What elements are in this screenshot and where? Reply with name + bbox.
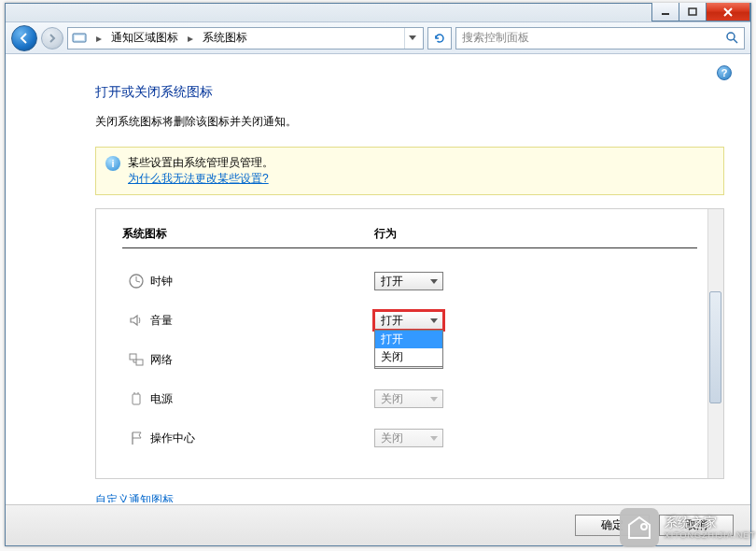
combo-volume[interactable]: 打开 打开 关闭 — [374, 311, 443, 330]
forward-button[interactable] — [41, 27, 63, 49]
cancel-button[interactable]: 取消 — [659, 515, 734, 536]
search-input[interactable]: 搜索控制面板 — [455, 27, 745, 49]
svg-rect-1 — [689, 8, 696, 15]
combo-clock[interactable]: 打开 — [374, 272, 443, 290]
window-frame: ▸ 通知区域图标 ▸ 系统图标 搜索控制面板 ? 打开或关闭系统图标 关闭系统图… — [5, 3, 751, 546]
row-volume: 音量 打开 打开 关闭 — [122, 301, 697, 340]
scrollbar-thumb[interactable] — [709, 291, 721, 403]
column-header-action: 行为 — [374, 226, 397, 242]
info-icon: i — [105, 156, 120, 171]
row-power: 电源 关闭 — [122, 379, 697, 418]
combo-action-center: 关闭 — [374, 429, 443, 447]
info-banner: i 某些设置由系统管理员管理。 为什么我无法更改某些设置? — [95, 147, 724, 195]
help-icon[interactable]: ? — [717, 65, 732, 80]
combo-power: 关闭 — [374, 389, 443, 408]
link-customize[interactable]: 自定义通知图标 — [95, 492, 724, 502]
control-panel-icon — [72, 31, 87, 46]
ok-button[interactable]: 确定 — [575, 515, 650, 536]
clock-icon — [122, 273, 150, 290]
svg-rect-15 — [133, 394, 140, 404]
breadcrumb-level2[interactable]: 系统图标 — [203, 30, 247, 46]
footer: 确定 取消 — [6, 504, 750, 545]
chevron-down-icon — [427, 431, 441, 445]
refresh-button[interactable] — [427, 27, 452, 49]
svg-point-6 — [727, 33, 735, 40]
volume-icon — [122, 312, 150, 329]
dropdown-option-on[interactable]: 打开 — [375, 331, 442, 348]
svg-line-7 — [734, 39, 737, 43]
info-link[interactable]: 为什么我无法更改某些设置? — [128, 172, 269, 185]
combo-volume-dropdown: 打开 关闭 — [374, 330, 443, 367]
breadcrumb-level1[interactable]: 通知区域图标 — [111, 30, 178, 46]
row-clock: 时钟 打开 — [122, 261, 697, 301]
svg-rect-12 — [136, 360, 143, 365]
column-header-icon: 系统图标 — [122, 226, 374, 242]
network-icon — [122, 351, 150, 368]
search-placeholder: 搜索控制面板 — [462, 30, 529, 46]
chevron-down-icon — [427, 392, 441, 405]
row-action-center: 操作中心 关闭 — [122, 418, 697, 458]
scrollbar[interactable] — [707, 209, 723, 478]
content-area: ? 打开或关闭系统图标 关闭系统图标将删除该图标并关闭通知。 i 某些设置由系统… — [13, 58, 743, 502]
row-label: 网络 — [150, 352, 374, 368]
row-label: 时钟 — [150, 274, 374, 290]
chevron-down-icon — [427, 314, 441, 327]
row-label: 操作中心 — [150, 431, 374, 446]
navbar: ▸ 通知区域图标 ▸ 系统图标 搜索控制面板 — [6, 22, 750, 54]
row-label: 电源 — [150, 391, 374, 407]
page-title: 打开或关闭系统图标 — [95, 84, 724, 101]
minimize-button[interactable] — [651, 3, 679, 21]
dropdown-option-off[interactable]: 关闭 — [375, 348, 442, 366]
chevron-right-icon: ▸ — [91, 32, 107, 45]
titlebar — [6, 4, 750, 22]
maximize-button[interactable] — [679, 3, 707, 21]
row-label: 音量 — [150, 313, 374, 329]
flag-icon — [122, 430, 150, 446]
page-description: 关闭系统图标将删除该图标并关闭通知。 — [95, 114, 724, 130]
settings-panel: 系统图标 行为 时钟 打开 — [95, 208, 724, 479]
address-bar[interactable]: ▸ 通知区域图标 ▸ 系统图标 — [67, 27, 424, 49]
search-icon — [725, 31, 738, 47]
close-button[interactable] — [706, 3, 750, 21]
back-button[interactable] — [11, 25, 37, 51]
info-line: 某些设置由系统管理员管理。 — [128, 155, 273, 171]
chevron-right-icon: ▸ — [182, 32, 199, 45]
svg-rect-5 — [75, 35, 84, 40]
chevron-down-icon — [427, 275, 441, 288]
address-dropdown-icon[interactable] — [404, 28, 419, 49]
power-icon — [122, 390, 150, 407]
svg-line-10 — [136, 281, 140, 282]
svg-rect-11 — [130, 354, 136, 360]
